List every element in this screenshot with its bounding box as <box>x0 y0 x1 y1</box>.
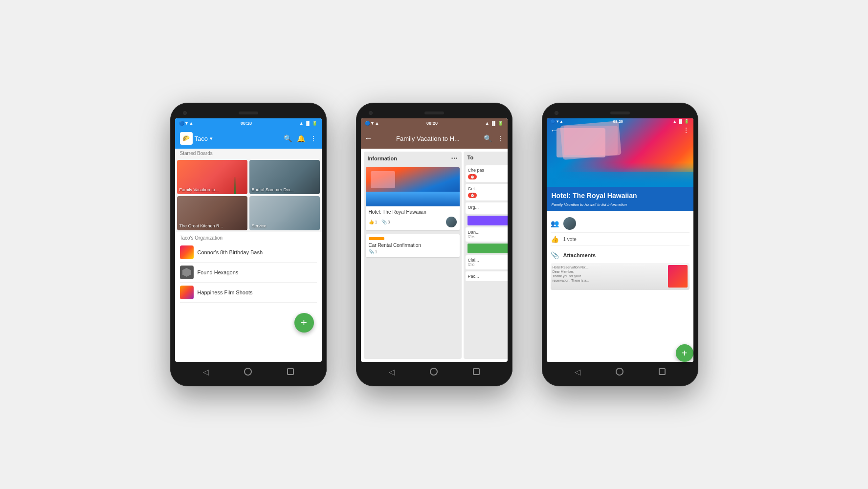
phone-3-screen: 🔵 ▾ ▲ 08:20 ▲ ▐▌ 🔋 ← ⋮ Hotel: The Royal … <box>547 118 693 362</box>
card-likes: 👍 1 <box>369 220 378 224</box>
phone-3: 🔵 ▾ ▲ 08:20 ▲ ▐▌ 🔋 ← ⋮ Hotel: The Royal … <box>542 103 698 386</box>
search-icon[interactable]: 🔍 <box>284 134 292 142</box>
status-icons-left-1: 🔵 ▾ ▲ <box>179 121 194 126</box>
to-item-count-5: ☑ 0 <box>468 263 508 267</box>
fab-add-button-3[interactable]: + <box>676 344 693 362</box>
status-icons-left-2: 🔵 ▾ ▲ <box>365 121 379 126</box>
to-item-clai[interactable]: Clai... ☑ 0 <box>466 255 508 269</box>
recents-nav-button-1[interactable] <box>286 367 295 377</box>
board-service[interactable]: Service <box>249 196 320 230</box>
org-item-hexagons[interactable]: Found Hexagons <box>180 263 317 283</box>
card-car-rental-body: Car Rental Confirmation 📎 1 <box>366 234 460 257</box>
card-car-rental[interactable]: Car Rental Confirmation 📎 1 <box>366 234 460 257</box>
org-name-hex: Found Hexagons <box>198 269 239 275</box>
to-item-badge-1: ⏰ <box>468 174 477 179</box>
home-nav-button-2[interactable] <box>429 367 439 377</box>
to-item-title-6: Pac... <box>468 274 508 279</box>
attachments-label: Attachments <box>563 252 596 258</box>
status-bar-3: 🔵 ▾ ▲ 08:20 ▲ ▐▌ 🔋 <box>547 118 693 125</box>
back-nav-button-3[interactable]: ◁ <box>573 367 582 377</box>
attachment-preview[interactable]: Hotel Reservation No:... Dear Member, Th… <box>551 263 690 290</box>
card-hotel-image <box>366 167 460 206</box>
board-columns: Information ⋯ Hotel: The Royal Hawaiian <box>361 149 508 362</box>
to-col-purple-bar <box>467 216 508 225</box>
org-item-film[interactable]: Happiness Film Shoots <box>180 283 317 303</box>
breadcrumb-list: Information <box>607 202 627 207</box>
car-attach-count: 1 <box>375 249 378 254</box>
to-item-title-4: Dan... <box>468 230 508 235</box>
attachments-header-row: 📎 Attachments <box>551 249 690 261</box>
like-icon: 👍 <box>369 220 374 224</box>
home-nav-button-1[interactable] <box>243 367 253 377</box>
phone-1-camera <box>183 111 187 115</box>
board-kitchen[interactable]: The Great Kitchen R... <box>177 196 247 230</box>
card-car-rental-meta: 📎 1 <box>369 249 457 254</box>
card-detail-breadcrumb: Family Vacation to Hawaii in list Inform… <box>547 202 693 211</box>
org-name-film: Happiness Film Shoots <box>198 289 253 295</box>
column-information: Information ⋯ Hotel: The Royal Hawaiian <box>364 152 462 359</box>
card-car-rental-title: Car Rental Confirmation <box>369 243 457 248</box>
home-nav-button-3[interactable] <box>615 367 624 377</box>
phone-3-header-image: 🔵 ▾ ▲ 08:20 ▲ ▐▌ 🔋 ← ⋮ <box>547 118 693 187</box>
fab-add-button-1[interactable]: + <box>294 313 314 333</box>
recents-nav-button-2[interactable] <box>471 367 481 377</box>
more-icon[interactable]: ⋮ <box>310 134 317 142</box>
phone-3-top-bar <box>547 108 693 118</box>
card-detail-title: Hotel: The Royal Hawaiian <box>547 187 693 202</box>
card-hotel-title: Hotel: The Royal Hawaiian <box>369 209 457 215</box>
hex-shape-icon <box>182 268 191 277</box>
phone-3-speaker <box>610 111 630 114</box>
vote-count: 1 vote <box>563 237 577 242</box>
to-item-check-passports[interactable]: Che pas ⏰ <box>466 165 508 182</box>
to-item-dan[interactable]: Dan... ☑ 5 <box>466 227 508 242</box>
car-attach-icon: 📎 <box>369 249 374 254</box>
phone-1: 🔵 ▾ ▲ 08:18 ▲ ▐▌ 🔋 🌮 Taco ▾ 🔍 🔔 ⋮ Starre… <box>170 103 327 386</box>
to-item-pac[interactable]: Pac... <box>466 271 508 281</box>
back-nav-button-2[interactable]: ◁ <box>387 367 397 377</box>
phone-2-bottom-bar: ◁ <box>361 362 508 381</box>
org-name-connor: Connor's 8th Birthday Bash <box>198 249 263 255</box>
attach-count: 3 <box>388 220 390 224</box>
phone-2-header: ← Family Vacation to H... 🔍 ⋮ <box>361 128 508 149</box>
attachments-section: 📎 Attachments Hotel Reservation No:... D… <box>551 246 690 293</box>
card-hotel[interactable]: Hotel: The Royal Hawaiian 👍 1 📎 3 <box>366 167 460 230</box>
col-to-content: Che pas ⏰ Get... ⏰ Org... Dan... <box>464 163 508 285</box>
board-label-vacation: Family Vacation to... <box>179 187 219 192</box>
phone-1-header: 🌮 Taco ▾ 🔍 🔔 ⋮ <box>175 128 322 149</box>
board-summer-dinner[interactable]: End of Summer Din... <box>249 160 320 194</box>
to-item-get[interactable]: Get... ⏰ <box>466 184 508 200</box>
search-icon-2[interactable]: 🔍 <box>484 134 492 142</box>
taco-dropdown-arrow[interactable]: ▾ <box>210 135 213 142</box>
phone-2-camera <box>369 111 373 115</box>
board-label-kitchen: The Great Kitchen R... <box>179 223 223 228</box>
back-arrow-icon-3[interactable]: ← <box>551 126 558 135</box>
column-to: To Che pas ⏰ Get... ⏰ Org... <box>464 152 508 359</box>
back-arrow-icon-2[interactable]: ← <box>365 134 373 143</box>
phone-1-top-bar <box>175 108 322 118</box>
status-icons-left-3: 🔵 ▾ ▲ <box>551 119 563 124</box>
board-family-vacation[interactable]: Family Vacation to... <box>177 160 247 194</box>
like-count: 1 <box>375 220 378 224</box>
phone-2: 🔵 ▾ ▲ 08:20 ▲ ▐▌ 🔋 ← Family Vacation to … <box>356 103 512 386</box>
org-item-connor[interactable]: Connor's 8th Birthday Bash <box>180 243 317 263</box>
notification-icon[interactable]: 🔔 <box>297 134 305 142</box>
to-item-title-3: Org... <box>468 205 508 210</box>
board-label-service: Service <box>252 223 267 228</box>
more-icon-2[interactable]: ⋮ <box>497 134 504 142</box>
phone-3-camera <box>555 111 558 115</box>
phone-1-fab-area: + <box>175 305 322 362</box>
back-nav-button-1[interactable]: ◁ <box>201 367 211 377</box>
phone-3-bottom-bar: ◁ <box>547 362 693 381</box>
status-time-2: 08:20 <box>426 121 438 126</box>
board-grid: Family Vacation to... End of Summer Din.… <box>175 158 322 232</box>
starred-boards-label: Starred Boards <box>175 149 322 158</box>
col-more-icon[interactable]: ⋯ <box>451 155 458 162</box>
to-item-org[interactable]: Org... <box>466 202 508 214</box>
recents-nav-button-3[interactable] <box>657 367 667 377</box>
phone-2-screen: 🔵 ▾ ▲ 08:20 ▲ ▐▌ 🔋 ← Family Vacation to … <box>361 118 508 362</box>
status-time-1: 08:18 <box>241 121 252 126</box>
card-user-avatar <box>446 217 457 227</box>
more-icon-3[interactable]: ⋮ <box>683 126 690 135</box>
to-col-green-bar <box>467 244 508 253</box>
card-detail-view: Hotel: The Royal Hawaiian Family Vacatio… <box>547 187 693 362</box>
